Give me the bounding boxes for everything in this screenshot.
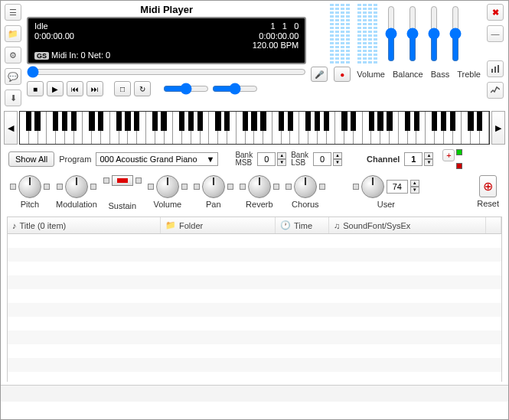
waveform-button[interactable]: [487, 82, 504, 99]
pan-label: Pan: [206, 200, 221, 209]
bass-slider[interactable]: [428, 5, 440, 62]
lcd-position: 1 1 0: [271, 21, 299, 31]
download-button[interactable]: ⬇: [5, 90, 21, 106]
piano-keyboard[interactable]: [19, 111, 490, 145]
pitch-led: [10, 184, 16, 190]
channel-label: Channel: [367, 155, 400, 164]
program-label: Program: [59, 155, 91, 164]
keyboard-scroll-right[interactable]: ▶: [491, 111, 505, 145]
vu-meter-left: [330, 4, 350, 63]
program-combo[interactable]: 000 Acoustic Grand Piano▼: [96, 152, 218, 166]
bank-msb-label: Bank MSB: [235, 151, 253, 167]
channel-value[interactable]: 1: [404, 152, 423, 166]
tempo-slider[interactable]: [163, 83, 209, 95]
play-button[interactable]: ▶: [47, 81, 64, 96]
treble-label: Treble: [457, 70, 481, 79]
balance-slider[interactable]: [406, 5, 419, 62]
lcd-time-elapsed: 0:00:00.00: [34, 31, 74, 41]
close-button[interactable]: ✖: [487, 4, 504, 21]
bank-lsb-up[interactable]: ▲: [333, 152, 342, 159]
settings-button[interactable]: ⚙: [5, 47, 21, 63]
col-spacer: [486, 217, 501, 233]
chorus-label: Chorus: [292, 200, 318, 209]
user-down[interactable]: ▼: [410, 187, 419, 194]
comment-button[interactable]: 💬: [5, 68, 21, 85]
stop-button[interactable]: ■: [27, 81, 44, 96]
reverb-knob[interactable]: [248, 175, 271, 198]
reset-button[interactable]: ⊕: [479, 175, 497, 197]
bank-lsb-down[interactable]: ▼: [333, 159, 342, 166]
reset-label: Reset: [477, 199, 499, 208]
balance-label: Balance: [393, 70, 423, 79]
user-up[interactable]: ▲: [410, 180, 419, 187]
channel-led-green: [456, 149, 462, 155]
lcd-tempo: 120.00 BPM: [253, 41, 299, 50]
pitch-label: Pitch: [21, 200, 39, 209]
user-value[interactable]: 74: [387, 180, 408, 194]
statusbar: [1, 385, 508, 402]
channel-down[interactable]: ▼: [424, 159, 433, 166]
vu-meter-right: [357, 4, 377, 63]
volume-knob-label: Volume: [153, 200, 181, 209]
col-folder[interactable]: 📁 Folder: [161, 217, 276, 233]
channel-led-red: [456, 163, 462, 169]
svg-rect-0: [491, 69, 493, 73]
chorus-knob[interactable]: [294, 175, 317, 198]
sustain-indicator[interactable]: [112, 175, 133, 186]
pan-knob[interactable]: [202, 175, 225, 198]
bank-lsb-value[interactable]: 0: [313, 152, 331, 166]
volume-knob[interactable]: [156, 175, 179, 198]
col-title[interactable]: ♪ Title (0 item): [8, 217, 161, 233]
playlist-body[interactable]: [8, 234, 501, 383]
lcd-midi-info: GS Midi In: 0 Net: 0: [34, 50, 110, 60]
menu-button[interactable]: ☰: [5, 4, 21, 21]
lcd-time-total: 0:00:00.00: [259, 31, 299, 41]
channel-up[interactable]: ▲: [424, 152, 433, 159]
svg-rect-2: [498, 65, 499, 73]
bank-msb-down[interactable]: ▼: [277, 159, 286, 166]
lcd-display: Idle 1 1 0 0:00:00.00 0:00:00.00 120.00 …: [27, 17, 306, 64]
add-channel-button[interactable]: +: [442, 149, 455, 161]
volume-slider[interactable]: [385, 5, 397, 62]
bank-msb-up[interactable]: ▲: [277, 152, 286, 159]
bar-chart-button[interactable]: [487, 60, 504, 77]
bank-lsb-label: Bank LSB: [291, 151, 308, 167]
next-button[interactable]: ⏭: [86, 81, 103, 96]
treble-slider[interactable]: [449, 5, 462, 62]
minimize-button[interactable]: —: [487, 25, 504, 42]
modulation-label: Modulation: [56, 200, 97, 209]
sustain-label: Sustain: [108, 201, 136, 210]
pitch-slider[interactable]: [212, 83, 258, 95]
loop-button[interactable]: ↻: [134, 81, 151, 96]
lcd-status: Idle: [34, 21, 48, 31]
keyboard-scroll-left[interactable]: ◀: [4, 111, 18, 145]
prev-button[interactable]: ⏮: [67, 81, 83, 96]
col-soundfont[interactable]: ♫ SoundFont/SysEx: [329, 217, 486, 233]
col-time[interactable]: 🕐 Time: [276, 217, 329, 233]
bank-msb-value[interactable]: 0: [257, 152, 276, 166]
modulation-knob[interactable]: [65, 175, 88, 198]
mic-button[interactable]: 🎤: [311, 67, 328, 82]
volume-label: Volume: [357, 70, 385, 79]
show-all-button[interactable]: Show All: [8, 151, 54, 167]
app-title: Midi Player: [27, 4, 306, 15]
reverb-label: Reverb: [246, 200, 272, 209]
pitch-knob[interactable]: [18, 175, 41, 198]
user-knob[interactable]: [361, 175, 384, 198]
bass-label: Bass: [431, 70, 449, 79]
repeat-button[interactable]: □: [114, 81, 131, 96]
playlist-table: ♪ Title (0 item) 📁 Folder 🕐 Time ♫ Sound…: [7, 217, 502, 382]
seek-slider[interactable]: [27, 66, 306, 78]
record-button[interactable]: ●: [334, 67, 351, 82]
user-label: User: [377, 200, 395, 209]
svg-rect-1: [494, 67, 496, 73]
open-folder-button[interactable]: 📁: [5, 25, 21, 42]
